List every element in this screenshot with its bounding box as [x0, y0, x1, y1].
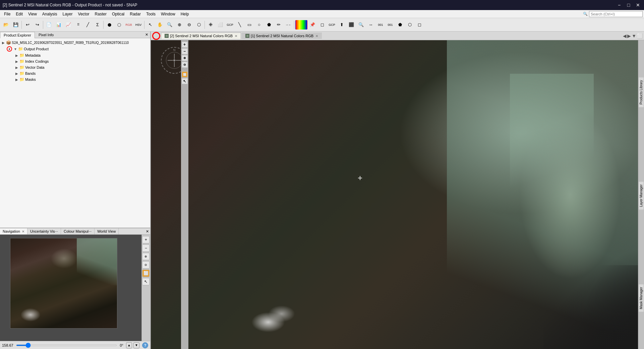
menu-raster[interactable]: Raster — [92, 11, 109, 17]
tree-expand-bands[interactable]: ▶ — [15, 71, 19, 75]
nav-sync[interactable]: ⬜ — [142, 270, 150, 277]
tb-import[interactable]: ⬤ — [105, 20, 114, 30]
angle-up-btn[interactable]: ▲ — [126, 342, 132, 348]
menu-radar[interactable]: Radar — [127, 11, 143, 17]
view-scroll-left[interactable]: ◀ — [623, 33, 627, 39]
tb-zoom2[interactable]: 🔍 — [356, 20, 366, 30]
tab-view-1[interactable]: ▦ [1] Sentinel 2 MSI Natural Colors RGB … — [242, 33, 322, 39]
tb-rgb[interactable]: RGB — [124, 20, 133, 30]
tb-arrow2[interactable]: ⬆ — [337, 20, 346, 30]
tb-overlay[interactable]: 001 — [376, 20, 385, 30]
tb-zoom-in[interactable]: ⊕ — [175, 20, 184, 30]
map-zoom-actual-btn[interactable]: ⊖ — [182, 62, 188, 68]
nav-zoom-actual[interactable]: ⊖ — [142, 261, 150, 269]
tb-open[interactable]: 📂 — [1, 20, 11, 30]
layer-manager-tab[interactable]: Layer Manager — [638, 181, 644, 210]
nav-minimap[interactable] — [0, 235, 141, 341]
tree-vector-data[interactable]: ▶ 📁 Vector Data — [1, 64, 149, 70]
tb-ident[interactable]: 001 — [386, 20, 395, 30]
tb-crosshair[interactable]: ✙ — [206, 20, 215, 30]
view-menu[interactable]: ▼ — [632, 33, 636, 39]
map-sync-btn[interactable]: ⬜ — [182, 71, 188, 77]
maximize-button[interactable]: □ — [625, 2, 632, 8]
view-tab-close-2[interactable]: ✕ — [235, 34, 237, 38]
tree-index-codings[interactable]: ▶ 📁 Index Codings — [1, 58, 149, 64]
tb-sum[interactable]: Σ — [93, 20, 102, 30]
tb-rect[interactable]: ▭ — [245, 20, 254, 30]
tree-metadata[interactable]: ▶ 📁 Metadata — [1, 52, 149, 58]
nav-zoom-in[interactable]: + — [142, 236, 150, 243]
menu-optical[interactable]: Optical — [109, 11, 127, 17]
map-zoom-fit-btn[interactable]: ⊕ — [182, 55, 188, 61]
nav-slider[interactable] — [16, 345, 117, 346]
tree-bands[interactable]: ▶ 📁 Bands — [1, 70, 149, 76]
tb-zoom-out[interactable]: ⊖ — [184, 20, 194, 30]
nav-zoom-fit[interactable]: ⊕ — [142, 253, 150, 260]
tb-freehand[interactable]: ✏ — [274, 20, 283, 30]
tree-expand-masks[interactable]: ▶ — [15, 77, 19, 81]
tb-colorramp[interactable] — [295, 20, 307, 30]
tb-scatter[interactable]: ⠿ — [73, 20, 83, 30]
tb-spectrum[interactable]: 📈 — [64, 20, 73, 30]
nav-cursor[interactable]: ↖ — [142, 278, 150, 285]
tb-select2[interactable]: ⬛ — [347, 20, 356, 30]
menu-file[interactable]: File — [1, 11, 13, 17]
menu-window[interactable]: Window — [158, 11, 178, 17]
tb-extra1[interactable]: ⬟ — [395, 20, 405, 30]
menu-edit[interactable]: Edit — [13, 11, 25, 17]
tb-poly[interactable]: ⬟ — [264, 20, 274, 30]
view-maximize[interactable]: ⬜ — [637, 33, 643, 39]
menu-vector[interactable]: Vector — [75, 11, 92, 17]
map-cursor-btn[interactable]: ↖ — [182, 78, 188, 84]
tb-arrow[interactable]: ↖ — [145, 20, 155, 30]
tab-product-explorer[interactable]: Product Explorer — [0, 32, 35, 38]
tab-colour-manip[interactable]: Colour Manipul··· — [61, 228, 95, 234]
menu-view[interactable]: View — [25, 11, 40, 17]
left-panel-close[interactable]: ✕ — [143, 32, 150, 38]
tab-view-2[interactable]: ▦ [2] Sentinel 2 MSI Natural Colors RGB … — [161, 33, 241, 39]
tb-ellipse[interactable]: ○ — [254, 20, 264, 30]
close-button[interactable]: ✕ — [635, 2, 641, 8]
tree-masks[interactable]: ▶ 📁 Masks — [1, 76, 149, 82]
search-input[interactable] — [589, 11, 643, 17]
tb-pin2[interactable]: 📌 — [308, 20, 317, 30]
map-zoom-out-btn[interactable]: − — [182, 48, 188, 54]
bottom-panel-close[interactable]: ✕ — [144, 229, 150, 234]
tree-output-product[interactable]: 2 ▼ 📁 Output Product — [1, 46, 149, 52]
tb-hsv[interactable]: HSV — [134, 20, 143, 30]
tb-zoom[interactable]: 🔍 — [165, 20, 174, 30]
tb-select[interactable]: ◻ — [317, 20, 327, 30]
menu-tools[interactable]: Tools — [143, 11, 158, 17]
tb-flip[interactable]: ↔ — [366, 20, 375, 30]
tb-extra3[interactable]: ◻ — [415, 20, 424, 30]
tb-pan[interactable]: ✋ — [155, 20, 165, 30]
tree-expand-vectordata[interactable]: ▶ — [15, 65, 19, 69]
tree-expand-indexcodings[interactable]: ▶ — [15, 59, 19, 63]
nav-help-btn[interactable]: ? — [142, 342, 148, 348]
menu-analysis[interactable]: Analysis — [40, 11, 60, 17]
menu-help[interactable]: Help — [178, 11, 192, 17]
tb-undo[interactable]: ↩ — [23, 20, 32, 30]
tab-navigation[interactable]: Navigation ✕ — [0, 228, 27, 234]
tb-extra2[interactable]: ⬡ — [405, 20, 414, 30]
tb-save[interactable]: 💾 — [11, 20, 20, 30]
map-view[interactable]: N + − ⊕ ⊖ ⬜ ↖ Products Library Layer Man… — [151, 40, 644, 349]
angle-down-btn[interactable]: ▼ — [133, 342, 139, 348]
tb-profile[interactable]: ╱ — [83, 20, 93, 30]
tb-new[interactable]: 📄 — [44, 20, 54, 30]
tab-world-view[interactable]: World View — [95, 228, 119, 234]
tb-line[interactable]: ╲ — [235, 20, 244, 30]
tb-zoom-fit[interactable]: ⬡ — [194, 20, 203, 30]
tb-pin[interactable]: GCP — [225, 20, 235, 30]
nav-tab-close[interactable]: ✕ — [22, 230, 24, 233]
tb-redo[interactable]: ↪ — [33, 20, 42, 30]
minimize-button[interactable]: − — [616, 2, 623, 8]
tb-chart[interactable]: 📊 — [54, 20, 63, 30]
tb-pinrect[interactable]: ⬜ — [216, 20, 225, 30]
tb-label[interactable]: GCP — [327, 20, 337, 30]
tb-export[interactable]: ◯ — [114, 20, 124, 30]
tree-root[interactable]: ▶ 📦 S2A_MSIL1C_20190628T023551_N0207_R08… — [1, 40, 149, 46]
tree-expand-metadata[interactable]: ▶ — [15, 53, 19, 57]
products-library-tab[interactable]: Products Library — [638, 77, 644, 108]
view-tab-close-1[interactable]: ✕ — [315, 34, 318, 38]
